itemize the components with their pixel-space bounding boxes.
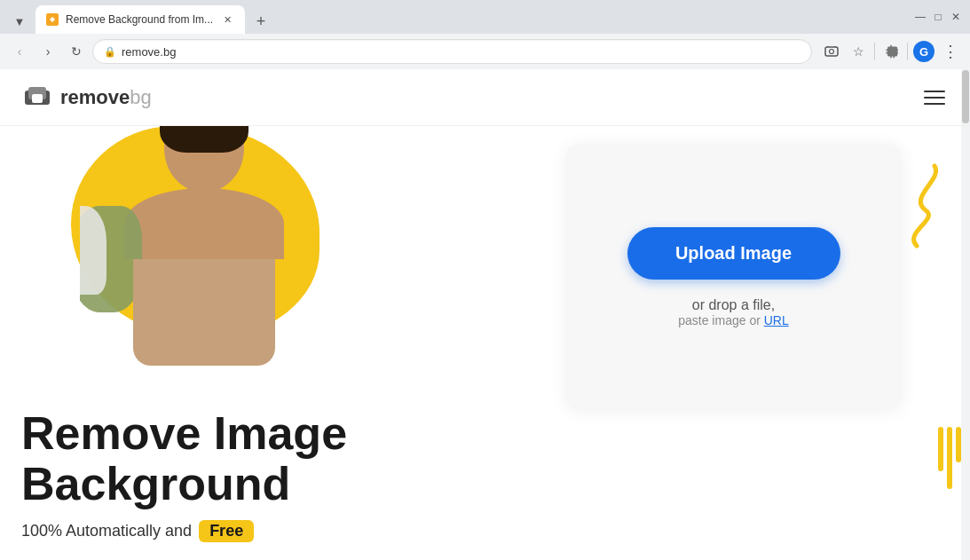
menu-line-1	[924, 91, 945, 92]
address-text: remove.bg	[122, 45, 800, 59]
hero-title: Remove Image Background	[21, 408, 476, 509]
right-section: Upload Image or drop a file, paste image…	[497, 126, 970, 560]
upload-card: Upload Image or drop a file, paste image…	[565, 144, 903, 410]
active-tab[interactable]: Remove Background from Im... ✕	[35, 5, 245, 34]
site-nav: removebg	[0, 69, 970, 126]
subtitle-prefix: 100% Automatically and	[21, 522, 192, 540]
svg-rect-1	[825, 47, 838, 56]
browser-chrome: ▼ Remove Background from Im... ✕ + — □ ✕…	[0, 0, 970, 69]
main-area: Remove Image Background 100% Automatical…	[0, 126, 970, 560]
refresh-btn[interactable]: ↻	[64, 39, 89, 64]
address-bar[interactable]: 🔒 remove.bg	[92, 39, 812, 64]
menu-line-2	[924, 97, 945, 99]
deco-line-1	[938, 427, 943, 471]
deco-line-2	[947, 427, 952, 489]
close-btn[interactable]: ✕	[949, 10, 963, 24]
hero-title-line1: Remove Image	[21, 407, 347, 459]
browser-titlebar: ▼ Remove Background from Im... ✕ + — □ ✕	[0, 0, 970, 34]
tab-strip: ▼ Remove Background from Im... ✕ +	[7, 0, 273, 34]
logo-bg: bg	[130, 86, 151, 108]
drop-text-area: or drop a file, paste image or URL	[678, 297, 789, 327]
logo-icon	[21, 82, 53, 114]
profile-icon[interactable]: G	[911, 39, 936, 64]
deco-lines-decoration	[938, 427, 961, 489]
hero-text-area: Remove Image Background 100% Automatical…	[21, 408, 476, 542]
back-btn[interactable]: ‹	[7, 39, 32, 64]
page-content: removebg	[0, 69, 970, 560]
drop-file-text: or drop a file,	[678, 297, 789, 313]
window-controls: — □ ✕	[913, 10, 963, 24]
logo-text: removebg	[60, 86, 152, 109]
bookmark-star-icon[interactable]: ☆	[846, 39, 871, 64]
toolbar-divider2	[907, 43, 908, 60]
tab-close-btn[interactable]: ✕	[220, 12, 234, 27]
hero-title-line2: Background	[21, 458, 290, 509]
url-link[interactable]: URL	[764, 313, 789, 327]
hero-person-image	[80, 126, 328, 366]
paste-text: paste image or	[678, 313, 761, 327]
hero-image-container	[53, 126, 390, 366]
free-badge: Free	[199, 520, 254, 542]
profile-avatar: G	[913, 41, 935, 62]
logo-remove: remove	[60, 86, 130, 108]
paste-line: paste image or URL	[678, 313, 789, 327]
maximize-btn[interactable]: □	[931, 10, 945, 24]
new-tab-btn[interactable]: +	[248, 9, 273, 34]
left-section: Remove Image Background 100% Automatical…	[0, 126, 497, 560]
secure-icon: 🔒	[104, 46, 116, 58]
tab-favicon	[46, 13, 59, 26]
extensions-icon[interactable]	[879, 39, 903, 64]
toolbar-right: ☆ G ⋮	[819, 39, 963, 64]
svg-point-2	[830, 50, 834, 54]
screenshot-icon[interactable]	[819, 39, 844, 64]
tab-strip-area: ▼ Remove Background from Im... ✕ +	[7, 0, 910, 34]
forward-btn[interactable]: ›	[35, 39, 60, 64]
toolbar-divider	[874, 43, 875, 60]
svg-rect-5	[32, 94, 43, 103]
browser-toolbar: ‹ › ↻ 🔒 remove.bg ☆ G ⋮	[0, 34, 970, 69]
minimize-btn[interactable]: —	[913, 10, 927, 24]
more-menu-btn[interactable]: ⋮	[938, 39, 963, 64]
nav-menu-btn[interactable]	[920, 87, 949, 108]
tab-title: Remove Background from Im...	[66, 13, 213, 26]
deco-squiggle	[890, 162, 943, 250]
deco-line-3	[956, 427, 961, 462]
menu-line-3	[924, 103, 945, 105]
recent-tabs-btn[interactable]: ▼	[7, 9, 32, 34]
upload-image-button[interactable]: Upload Image	[627, 227, 840, 280]
logo-area[interactable]: removebg	[21, 82, 152, 114]
hero-subtitle: 100% Automatically and Free	[21, 520, 476, 542]
